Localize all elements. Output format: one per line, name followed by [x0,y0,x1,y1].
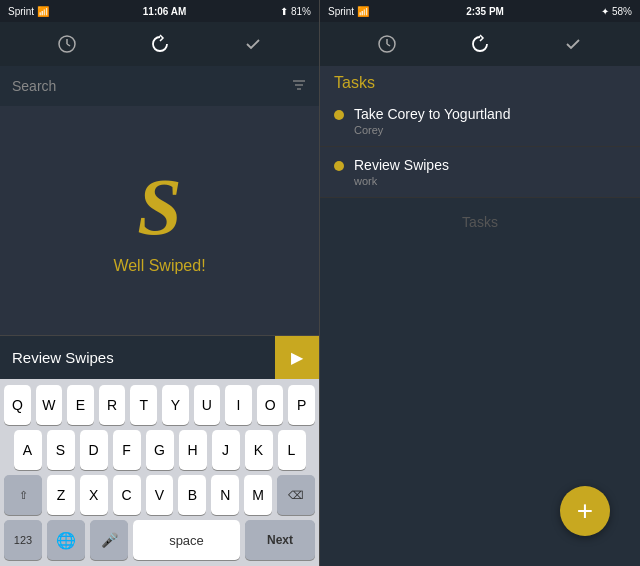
top-nav-left [0,22,319,66]
status-bar-right: Sprint 📶 2:35 PM ✦ 58% [320,0,640,22]
location-icon: ⬆ [280,6,288,17]
top-nav-right [320,22,640,66]
task-dot-2 [334,161,344,171]
keyboard: Q W E R T Y U I O P A S D F G H J K L ⇧ … [0,379,319,566]
task-item-2[interactable]: Review Swipes work [320,147,640,198]
key-e[interactable]: E [67,385,94,425]
key-f[interactable]: F [113,430,141,470]
key-b[interactable]: B [178,475,206,515]
kb-row-3: ⇧ Z X C V B N M ⌫ [4,475,315,515]
key-x[interactable]: X [80,475,108,515]
key-q[interactable]: Q [4,385,31,425]
left-phone: Sprint 📶 11:06 AM ⬆ 81% [0,0,320,566]
task-title-2: Review Swipes [354,157,626,173]
key-d[interactable]: D [80,430,108,470]
text-input-row: ▶ [0,335,319,379]
play-icon: ▶ [291,348,303,367]
nav-swipe-right[interactable] [460,24,500,64]
carrier-right: Sprint [328,6,354,17]
nav-swipe-left[interactable] [140,24,180,64]
tasks-section-label: Tasks [320,198,640,246]
key-w[interactable]: W [36,385,63,425]
carrier-left: Sprint [8,6,34,17]
swiped-area: S Well Swiped! [0,106,319,335]
status-left: Sprint 📶 [8,6,49,17]
task-item-1[interactable]: Take Corey to Yogurtland Corey [320,96,640,147]
key-mic[interactable]: 🎤 [90,520,128,560]
nav-clock-right[interactable] [367,24,407,64]
key-i[interactable]: I [225,385,252,425]
bluetooth-icon: ✦ [601,6,609,17]
task-content-1: Take Corey to Yogurtland Corey [354,106,626,136]
task-content-2: Review Swipes work [354,157,626,187]
kb-row-2: A S D F G H J K L [4,430,315,470]
key-s[interactable]: S [47,430,75,470]
tasks-header: Tasks [320,66,640,96]
key-next[interactable]: Next [245,520,315,560]
key-a[interactable]: A [14,430,42,470]
key-j[interactable]: J [212,430,240,470]
kb-row-bottom: 123 🌐 🎤 space Next [4,520,315,560]
key-h[interactable]: H [179,430,207,470]
search-bar: Search [0,66,319,106]
key-delete[interactable]: ⌫ [277,475,315,515]
key-v[interactable]: V [146,475,174,515]
key-shift[interactable]: ⇧ [4,475,42,515]
nav-check-left[interactable] [233,24,273,64]
svg-line-2 [67,44,70,46]
swipe-logo: S [137,167,182,247]
status-right-right: ✦ 58% [601,6,632,17]
key-y[interactable]: Y [162,385,189,425]
key-o[interactable]: O [257,385,284,425]
time-right: 2:35 PM [466,6,504,17]
fab-add-button[interactable]: + [560,486,610,536]
key-n[interactable]: N [211,475,239,515]
filter-icon[interactable] [291,77,307,96]
svg-line-8 [387,44,390,46]
task-input[interactable] [0,349,275,366]
wifi-icon-right: 📶 [357,6,369,17]
battery-left: 81% [291,6,311,17]
key-g[interactable]: G [146,430,174,470]
key-u[interactable]: U [194,385,221,425]
key-globe[interactable]: 🌐 [47,520,85,560]
key-l[interactable]: L [278,430,306,470]
well-swiped-label: Well Swiped! [113,257,205,275]
nav-check-right[interactable] [553,24,593,64]
battery-right: 58% [612,6,632,17]
task-list: Take Corey to Yogurtland Corey Review Sw… [320,96,640,198]
time-left: 11:06 AM [143,6,187,17]
key-k[interactable]: K [245,430,273,470]
key-123[interactable]: 123 [4,520,42,560]
key-m[interactable]: M [244,475,272,515]
task-dot-1 [334,110,344,120]
search-placeholder: Search [12,78,283,94]
task-title-1: Take Corey to Yogurtland [354,106,626,122]
status-right-left: ⬆ 81% [280,6,311,17]
submit-button[interactable]: ▶ [275,336,319,380]
nav-clock-left[interactable] [47,24,87,64]
status-bar-left: Sprint 📶 11:06 AM ⬆ 81% [0,0,319,22]
wifi-icon: 📶 [37,6,49,17]
status-left-right: Sprint 📶 [328,6,369,17]
right-bottom: + [320,246,640,566]
key-t[interactable]: T [130,385,157,425]
key-c[interactable]: C [113,475,141,515]
key-r[interactable]: R [99,385,126,425]
task-sub-1: Corey [354,124,626,136]
key-p[interactable]: P [288,385,315,425]
right-phone: Sprint 📶 2:35 PM ✦ 58% [320,0,640,566]
key-z[interactable]: Z [47,475,75,515]
task-sub-2: work [354,175,626,187]
kb-row-1: Q W E R T Y U I O P [4,385,315,425]
key-space[interactable]: space [133,520,240,560]
